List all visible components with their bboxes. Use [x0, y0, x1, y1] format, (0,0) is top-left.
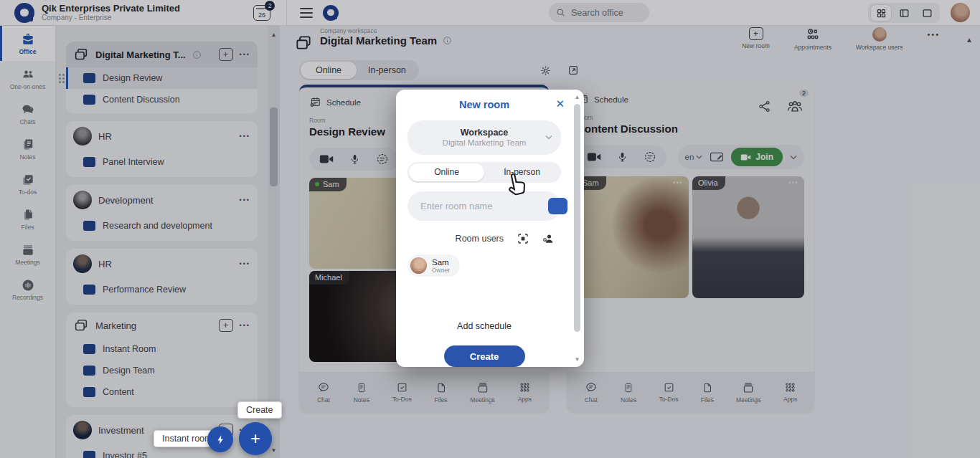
close-icon[interactable]: ✕ — [555, 97, 565, 110]
owner-avatar — [410, 257, 427, 274]
workspace-select[interactable]: Workspace Digital Marketing Team — [407, 120, 561, 155]
modal-title: New room — [407, 99, 561, 110]
add-schedule-link[interactable]: Add schedule — [407, 321, 561, 331]
lightning-icon — [215, 434, 226, 445]
modal-tab-online[interactable]: Online — [409, 163, 484, 181]
room-name-input[interactable] — [419, 200, 548, 212]
owner-name: Sam — [432, 258, 450, 267]
chevron-down-icon — [545, 135, 552, 140]
owner-chip: Sam Owner — [407, 254, 460, 277]
plus-icon: + — [250, 429, 260, 449]
instant-room-fab[interactable] — [207, 426, 233, 452]
create-button[interactable]: Create — [444, 345, 525, 367]
scrollbar-thumb[interactable] — [574, 104, 580, 332]
room-users-row: Room users — [407, 232, 561, 245]
scroll-up-icon[interactable]: ▲ — [573, 94, 582, 100]
room-name-field[interactable] — [407, 191, 561, 221]
room-color-swatch[interactable] — [548, 198, 567, 214]
add-user-icon[interactable] — [541, 232, 555, 245]
create-tooltip: Create — [237, 401, 282, 419]
room-users-label: Room users — [456, 234, 504, 244]
new-room-modal: ✕ New room Workspace Digital Marketing T… — [396, 90, 584, 367]
hand-cursor-icon — [501, 168, 533, 200]
scan-user-icon[interactable] — [517, 232, 529, 245]
create-fab[interactable]: + — [239, 422, 272, 455]
owner-role: Owner — [432, 267, 450, 274]
workspace-select-value: Digital Marketing Team — [443, 138, 527, 147]
modal-scrollbar[interactable]: ▲ ▼ — [573, 92, 582, 364]
scroll-down-icon[interactable]: ▼ — [573, 356, 582, 363]
app-root: Qik Enterprises Private Limited Company … — [0, 0, 980, 458]
workspace-select-label: Workspace — [461, 128, 508, 138]
modal-room-mode-tabs: Online In-person — [407, 162, 561, 183]
